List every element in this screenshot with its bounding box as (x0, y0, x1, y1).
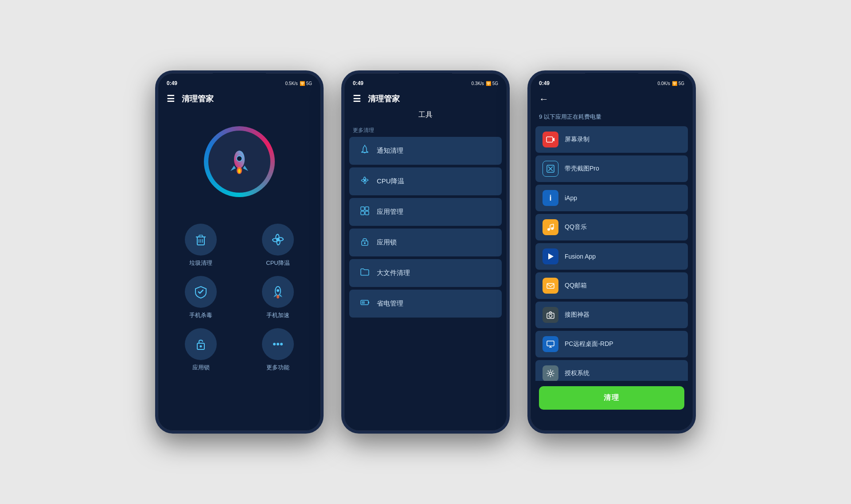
app-item-capture[interactable]: 接图神器 (535, 302, 688, 328)
network-speed-1: 0.5K/s (285, 81, 298, 86)
app-name-qqmusic: QQ音乐 (565, 223, 587, 231)
app-icon-rdp (543, 336, 558, 352)
cpu-cool-icon (360, 175, 370, 187)
btn-cpu[interactable]: CPU降温 (244, 224, 312, 267)
btn-more-label: 更多功能 (266, 364, 289, 372)
btn-trash-label: 垃圾清理 (189, 259, 212, 267)
monitor-icon (546, 340, 555, 349)
menu-icon-1[interactable]: ☰ (167, 93, 175, 104)
app-name-qqmail: QQ邮箱 (565, 282, 587, 290)
folder-svg-icon (360, 267, 370, 277)
rocket-inner (208, 131, 270, 193)
rocket-circle[interactable] (204, 126, 275, 197)
svg-rect-28 (365, 211, 369, 215)
tool-appmanage[interactable]: 应用管理 (349, 198, 502, 226)
btn-applock-circle (185, 328, 217, 360)
app-item-qqmusic[interactable]: QQ音乐 (535, 214, 688, 240)
btn-antivirus[interactable]: 手机杀毒 (167, 276, 235, 319)
more-icon (271, 337, 285, 351)
svg-point-30 (364, 242, 366, 244)
app-icon-qqmusic (543, 219, 558, 235)
lock-open-icon (194, 337, 208, 351)
status-icons-3: 0.0K/s 🛜 5G (658, 81, 684, 86)
app-name-auth: 授权系统 (565, 369, 589, 377)
app-item-screenshot[interactable]: 带壳截图Pro (535, 155, 688, 182)
btn-speed-circle (262, 276, 294, 308)
status-icons-1: 0.5K/s 🛜 5G (285, 81, 312, 86)
btn-speed-label: 手机加速 (266, 311, 289, 319)
phone-3: 0:49 0.0K/s 🛜 5G ← 9 以下应用正在耗费电量 屏幕录制 (527, 70, 696, 434)
signal-icons-2: 🛜 5G (486, 81, 498, 86)
app-icon-fusionapp (543, 248, 558, 264)
btn-trash[interactable]: 垃圾清理 (167, 224, 235, 267)
shield-icon (194, 285, 208, 299)
svg-point-14 (277, 289, 279, 292)
app-title-2: 清理管家 (368, 93, 400, 104)
music-icon (546, 223, 555, 232)
btn-more[interactable]: 更多功能 (244, 328, 312, 372)
tool-applock[interactable]: 应用锁 (349, 229, 502, 256)
battery-icon (360, 298, 370, 310)
tool-cpu[interactable]: CPU降温 (349, 167, 502, 195)
header-1: ☰ 清理管家 (158, 89, 321, 109)
trash-icon (194, 233, 208, 247)
app-item-qqmail[interactable]: QQ邮箱 (535, 272, 688, 299)
app-icon-screenshot (543, 161, 558, 177)
camera-icon (546, 310, 555, 319)
app-name-rdp: PC远程桌面-RDP (565, 340, 613, 348)
svg-rect-26 (365, 207, 369, 210)
tool-lock-icon (360, 236, 370, 248)
info-text: 9 以下应用正在耗费电量 (530, 109, 693, 126)
btn-antivirus-label: 手机杀毒 (189, 311, 212, 319)
status-bar-2: 0:49 0.3K/s 🛜 5G (344, 73, 507, 89)
btn-more-circle (262, 328, 294, 360)
app-name-screencap: 屏幕录制 (565, 136, 589, 143)
svg-line-43 (550, 224, 554, 225)
battery-svg-icon (360, 298, 370, 307)
tools-list: 通知清理 CPU降温 (344, 136, 507, 415)
app-item-screencap[interactable]: 屏幕录制 (535, 126, 688, 153)
btn-cpu-circle (262, 224, 294, 256)
fan-icon (360, 175, 370, 185)
time-2: 0:49 (353, 80, 363, 86)
tool-appmanage-label: 应用管理 (377, 208, 403, 216)
tool-bigfile[interactable]: 大文件清理 (349, 259, 502, 287)
bell-icon (360, 145, 370, 155)
app-icon-screencap (543, 132, 558, 147)
app-icon-auth (543, 365, 558, 381)
back-button[interactable]: ← (539, 93, 549, 105)
svg-rect-27 (361, 211, 364, 215)
btn-antivirus-circle (185, 276, 217, 308)
svg-marker-1 (230, 166, 236, 171)
page-title-2: 工具 (344, 109, 507, 123)
app-item-fusionapp[interactable]: Fusion App (535, 243, 688, 270)
rocket-small-icon (271, 285, 285, 299)
app-item-auth[interactable]: 授权系统 (535, 360, 688, 381)
svg-point-22 (280, 343, 283, 345)
svg-point-20 (273, 343, 276, 345)
lock-icon (360, 236, 370, 246)
header-2: ☰ 清理管家 (344, 89, 507, 109)
btn-applock[interactable]: 应用锁 (167, 328, 235, 372)
svg-point-12 (276, 238, 280, 241)
app-name-fusionapp: Fusion App (565, 253, 596, 260)
signal-icons-1: 🛜 5G (300, 81, 312, 86)
app-icon-iapp: i (543, 190, 558, 206)
section-label-2: 更多清理 (344, 123, 507, 136)
status-bar-3: 0:49 0.0K/s 🛜 5G (530, 73, 693, 89)
btn-speed[interactable]: 手机加速 (244, 276, 312, 319)
clean-button[interactable]: 清理 (539, 386, 684, 410)
signal-icons-3: 🛜 5G (672, 81, 684, 86)
menu-icon-2[interactable]: ☰ (353, 93, 361, 104)
main-body-1: 垃圾清理 CPU降温 (158, 109, 321, 380)
tool-power[interactable]: 省电管理 (349, 290, 502, 318)
app-item-rdp[interactable]: PC远程桌面-RDP (535, 331, 688, 357)
app-name-screenshot: 带壳截图Pro (565, 165, 599, 173)
app-item-iapp[interactable]: i iApp (535, 185, 688, 211)
iapp-letter: i (549, 194, 551, 203)
phone-1: 0:49 0.5K/s 🛜 5G ☰ 清理管家 (155, 70, 324, 434)
app-icon-capture (543, 307, 558, 323)
phone-2: 0:49 0.3K/s 🛜 5G ☰ 清理管家 工具 更多清理 通知清 (341, 70, 510, 434)
feature-grid: 垃圾清理 CPU降温 (167, 224, 312, 372)
tool-notify[interactable]: 通知清理 (349, 137, 502, 165)
